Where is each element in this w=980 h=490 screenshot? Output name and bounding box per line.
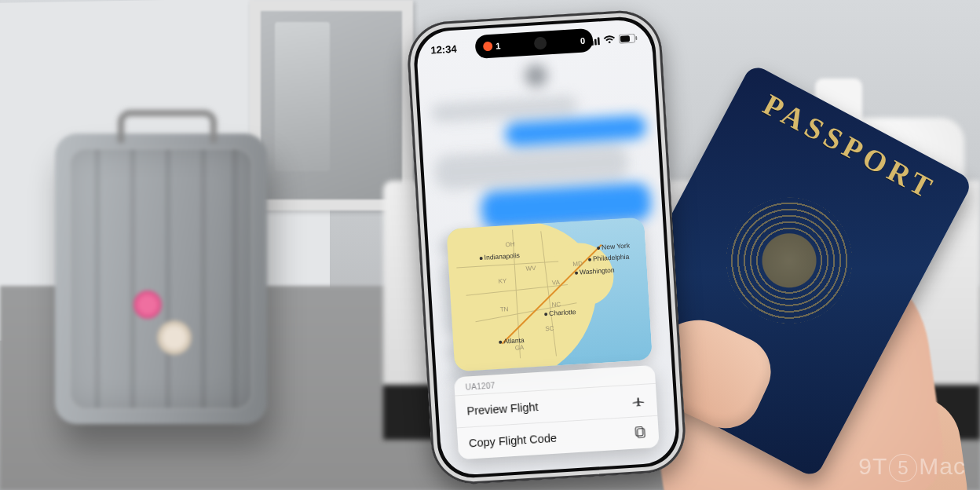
live-activity-icon [483,42,493,52]
map-state: TN [499,305,508,313]
menu-label: Preview Flight [466,400,539,418]
clipboard-icon [633,426,648,441]
battery-icon [619,33,638,43]
map-state: MD [572,260,583,268]
suitcase-handle [118,110,217,143]
flight-route-line [446,217,653,371]
phone-screen[interactable]: 12:34 1 0 [415,18,678,476]
flight-map-preview[interactable]: New York Philadelphia Washington Charlot… [446,217,653,371]
photo-scene: PASSPORT 12:34 1 0 [0,0,980,490]
watermark-9to5mac: 9T5Mac [858,453,966,482]
passport-seal-icon [704,176,874,346]
svg-rect-3 [598,37,600,45]
status-indicators [587,31,638,46]
flight-context-menu: UA1207 Preview Flight Copy Flight Code [454,365,660,459]
map-state: NC [551,301,561,309]
mirror [250,0,413,210]
contact-avatar[interactable] [525,64,548,88]
menu-label: Copy Flight Code [469,432,558,450]
camera-icon [534,37,547,50]
map-state: KY [498,277,506,285]
suitcase-sticker [157,320,192,355]
suitcase-sticker [133,291,162,319]
map-state: VA [551,279,560,287]
svg-rect-2 [594,38,597,45]
iphone: 12:34 1 0 [405,9,687,487]
map-state: WV [525,265,536,272]
watermark-circle-icon: 5 [889,454,917,482]
svg-rect-6 [635,36,637,40]
wifi-icon [603,35,616,45]
airplane-icon [631,393,646,408]
suitcase [55,133,267,424]
dynamic-island[interactable]: 1 0 [474,28,594,59]
map-state: SC [545,325,554,333]
map-state: OH [505,240,515,248]
map-state: GA [514,344,524,352]
status-time: 12:34 [430,42,457,56]
svg-rect-5 [620,35,630,42]
